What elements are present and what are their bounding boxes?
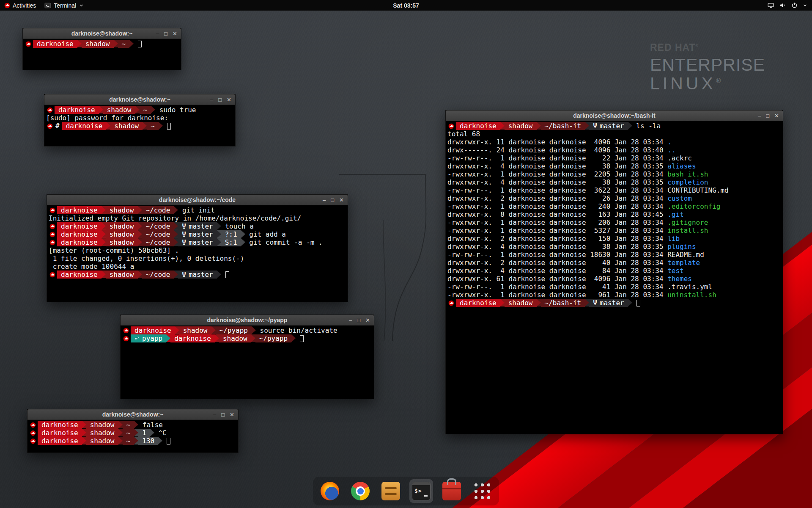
prompt-segment-git: Ψmaster xyxy=(178,271,217,279)
powerline-arrow xyxy=(102,222,106,230)
powerline-arrow xyxy=(138,222,142,230)
minimize-button[interactable]: – xyxy=(758,113,761,119)
activities-button[interactable]: Activities xyxy=(0,0,40,11)
powerline-arrow xyxy=(174,222,178,230)
system-status-area[interactable] xyxy=(768,0,812,11)
prompt-segment-git: Ψmaster xyxy=(589,299,628,307)
branch-icon: Ψ xyxy=(593,299,597,307)
window-controls: –□✕ xyxy=(323,197,348,203)
dock-item-app-grid[interactable] xyxy=(470,479,494,503)
chevron-down-icon xyxy=(80,3,83,7)
file-row: drwxrwxr-x. 2 darknoise darknoise 26 Jan… xyxy=(447,194,781,202)
output-line: Initialized empty Git repository in /hom… xyxy=(49,214,346,222)
prompt-segment-status: 1 xyxy=(138,429,150,437)
prompt-segment-path: ~/code xyxy=(142,230,174,238)
terminal-screen[interactable]: darknoiseshadow~ xyxy=(23,39,181,70)
maximize-button[interactable]: □ xyxy=(766,113,769,119)
powerline-arrow xyxy=(241,230,245,238)
terminal-screen[interactable]: darknoiseshadow~ sudo true[sudo] passwor… xyxy=(44,105,235,146)
window-titlebar[interactable]: darknoise@shadow:~–□✕ xyxy=(23,28,181,39)
maximize-button[interactable]: □ xyxy=(331,197,334,203)
minimize-button[interactable]: – xyxy=(213,412,216,417)
close-button[interactable]: ✕ xyxy=(230,412,234,417)
file-row: drwxrwxr-x. 2 darknoise darknoise 40 Jan… xyxy=(447,259,781,267)
prompt-segment-host: shadow xyxy=(106,222,138,230)
minimize-button[interactable]: – xyxy=(156,31,159,36)
powerline-arrow xyxy=(118,421,123,428)
redhat-icon xyxy=(123,326,129,334)
window-titlebar[interactable]: darknoise@shadow:~–□✕ xyxy=(27,409,238,420)
prompt-segment-path: ~ xyxy=(147,122,159,130)
powerline-arrow xyxy=(217,238,221,246)
dock-item-chrome[interactable] xyxy=(348,479,372,503)
dock-item-firefox[interactable] xyxy=(318,479,342,503)
power-icon xyxy=(791,2,798,8)
prompt-segment-path: ~/code xyxy=(142,222,174,230)
close-button[interactable]: ✕ xyxy=(365,318,370,323)
maximize-button[interactable]: □ xyxy=(218,97,222,102)
activities-label: Activities xyxy=(13,2,36,9)
prompt-segment-path: ~ xyxy=(123,437,134,445)
terminal-window: darknoise@shadow:~–□✕darknoiseshadow~ fa… xyxy=(27,409,239,453)
prompt-segment-host: shadow xyxy=(106,238,138,246)
file-row: drwxrwxr-x. 4 darknoise darknoise 38 Jan… xyxy=(447,243,781,251)
window-titlebar[interactable]: darknoise@shadow:~/bash-it–□✕ xyxy=(446,110,783,121)
maximize-button[interactable]: □ xyxy=(164,31,167,36)
terminal-screen[interactable]: darknoiseshadow~ falsedarknoiseshadow~1 … xyxy=(27,420,238,453)
redhat-icon xyxy=(25,40,31,48)
file-name: README.md xyxy=(667,251,704,259)
branch-icon: Ψ xyxy=(182,230,186,238)
file-name: custom xyxy=(667,194,692,202)
file-name: . xyxy=(667,138,672,146)
file-name: .git xyxy=(667,210,684,218)
output-text: [sudo] password for darknoise: xyxy=(46,114,173,122)
minimize-button[interactable]: – xyxy=(323,197,326,203)
windows-layer: darknoise@shadow:~–□✕darknoiseshadow~dar… xyxy=(0,0,812,508)
minimize-button[interactable]: – xyxy=(210,97,213,102)
command-text: source bin/activate xyxy=(256,326,337,334)
window-titlebar[interactable]: darknoise@shadow:~–□✕ xyxy=(44,94,235,105)
terminal-screen[interactable]: darknoiseshadow~/code git initInitialize… xyxy=(47,205,348,302)
redhat-icon xyxy=(448,122,454,130)
file-name: .travis.yml xyxy=(667,283,712,291)
powerline-arrow xyxy=(291,334,296,342)
file-meta: -rw-rw-r--. 1 darknoise darknoise 22 Jan… xyxy=(447,154,667,162)
powerline-arrow xyxy=(585,122,589,130)
window-controls: –□✕ xyxy=(758,113,783,119)
dock-item-terminal[interactable]: $> xyxy=(409,479,433,503)
close-button[interactable]: ✕ xyxy=(227,97,231,102)
minimize-button[interactable]: – xyxy=(349,318,352,323)
file-meta: -rw-rw-r--. 1 darknoise darknoise 18630 … xyxy=(447,251,667,259)
output-line: create mode 100644 a xyxy=(49,262,346,271)
window-titlebar[interactable]: darknoise@shadow:~/pyapp–□✕ xyxy=(121,315,374,326)
output-text: 1 file changed, 0 insertions(+), 0 delet… xyxy=(49,254,244,262)
terminal-screen[interactable]: darknoiseshadow~/bash-itΨmaster ls -lato… xyxy=(446,121,783,434)
dock-item-files[interactable] xyxy=(379,479,403,503)
prompt-segment-user: darknoise xyxy=(57,230,102,238)
redhat-icon xyxy=(47,122,53,130)
powerline-arrow xyxy=(500,122,505,130)
terminal-app-icon xyxy=(44,2,51,9)
prompt-segment-user: darknoise xyxy=(57,238,102,246)
terminal-screen[interactable]: darknoiseshadow~/pyapp source bin/activa… xyxy=(121,326,374,399)
close-button[interactable]: ✕ xyxy=(339,197,344,203)
maximize-button[interactable]: □ xyxy=(221,412,225,417)
terminal-window: darknoise@shadow:~/pyapp–□✕darknoiseshad… xyxy=(120,315,374,399)
prompt-segment-host: shadow xyxy=(106,230,138,238)
powerline-arrow xyxy=(251,334,255,342)
prompt-segment-status: 130 xyxy=(138,437,158,445)
prompt-line: darknoiseshadow~ false xyxy=(29,421,236,429)
output-text: Initialized empty Git repository in /hom… xyxy=(49,214,301,222)
file-name: CONTRIBUTING.md xyxy=(667,186,729,194)
maximize-button[interactable]: □ xyxy=(357,318,360,323)
close-button[interactable]: ✕ xyxy=(173,31,177,36)
close-button[interactable]: ✕ xyxy=(774,113,779,119)
clock[interactable]: Sat 03:57 xyxy=(393,2,419,9)
terminal-cursor xyxy=(167,438,170,444)
file-row: drwxrwxr-x. 11 darknoise darknoise 4096 … xyxy=(447,138,781,146)
file-name: plugins xyxy=(667,243,696,251)
window-titlebar[interactable]: darknoise@shadow:~/code–□✕ xyxy=(47,195,348,205)
app-menu-terminal[interactable]: Terminal xyxy=(40,0,88,11)
powerline-arrow xyxy=(217,222,221,230)
dock-item-toolbox[interactable] xyxy=(440,479,464,503)
